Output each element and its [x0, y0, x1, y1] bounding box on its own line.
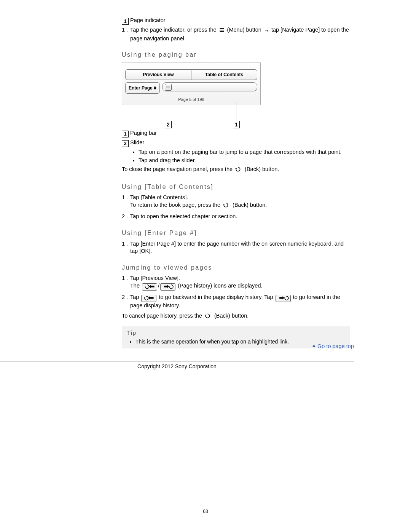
back-icon: [235, 166, 242, 174]
history-forward-icon: [276, 295, 291, 302]
copyright-text: Copyright 2012 Sony Corporation: [0, 363, 354, 370]
tab-table-of-contents[interactable]: Table of Contents: [191, 69, 257, 80]
jump-step-1b-post: (Page history) icons are displayed.: [178, 283, 262, 289]
close-nav-text: To close the page navigation panel, pres…: [122, 166, 350, 174]
leader-line-2: [168, 102, 168, 121]
heading-jump: Jumping to viewed pages: [122, 264, 350, 272]
arrow-right-icon: [264, 27, 269, 35]
close-nav-a: To close the page navigation panel, pres…: [122, 166, 234, 172]
tab-previous-view[interactable]: Previous View: [125, 69, 191, 80]
heading-paging-bar: Using the paging bar: [122, 51, 350, 59]
legend-2-text: Slider: [130, 139, 144, 145]
paging-bar-slider-track[interactable]: [162, 82, 257, 91]
toc-step-1b-post: (Back) button.: [233, 202, 267, 208]
callout-1-box-b: 1: [122, 131, 129, 137]
legend-1b-text: Paging bar: [130, 130, 157, 136]
paging-bar-slider-thumb[interactable]: [165, 84, 172, 91]
legend-paging-bar: 1Paging bar: [122, 129, 350, 137]
toc-step-1: 1 . Tap [Table of Contents]. To return t…: [122, 194, 350, 210]
leader-line-1: [236, 102, 236, 121]
menu-icon: [219, 27, 225, 35]
go-to-page-top-text: Go to page top: [317, 343, 354, 349]
toc-step-2-text: Tap to open the selected chapter or sect…: [130, 213, 237, 219]
jump-cancel-b: (Back) button.: [214, 313, 249, 319]
jump-step-1: 1 . Tap [Previous View]. The / (Page his…: [122, 275, 350, 291]
page-counter-text: Page 5 of 198: [125, 95, 257, 103]
callout-2-box: 2: [122, 140, 129, 147]
jump-step-2b: to go backward in the page display histo…: [159, 294, 274, 300]
diagram-callout-2: 2: [165, 121, 172, 128]
legend-page-indicator: 1Page indicator: [122, 17, 350, 25]
diagram-callout-1: 1: [233, 121, 240, 128]
callout-1-box: 1: [122, 18, 129, 25]
legend-slider: 2Slider: [122, 139, 350, 147]
jump-cancel-a: To cancel page history, press the: [122, 313, 204, 319]
close-nav-b: (Back) button.: [245, 166, 279, 172]
enter-page-button[interactable]: Enter Page #: [125, 82, 160, 94]
history-back-icon: [142, 283, 157, 291]
nav-step-1: 1 . Tap the page indicator, or press the…: [122, 26, 350, 42]
cancel-history-text: To cancel page history, press the (Back)…: [122, 312, 350, 321]
back-icon: [223, 202, 230, 210]
heading-toc: Using [Table of Contents]: [122, 183, 350, 191]
toc-step-2: 2 . Tap to open the selected chapter or …: [122, 213, 350, 220]
paging-bar-diagram: . . . . . . . . . . . . . . Previous Vie…: [122, 62, 261, 126]
jump-step-2a: Tap: [130, 294, 140, 300]
page-number: 63: [0, 508, 411, 514]
enter-step-1: 1 . Tap [Enter Page #] to enter the page…: [122, 240, 350, 255]
nav-step-1-b: (Menu) button: [227, 27, 263, 33]
footer-divider: [0, 361, 354, 362]
go-to-page-top-link[interactable]: Go to page top: [312, 342, 354, 350]
paging-bullet-b: Tap and drag the slider.: [139, 157, 350, 165]
enter-step-1-text: Tap [Enter Page #] to enter the page num…: [130, 241, 344, 254]
back-icon: [204, 313, 212, 321]
toc-step-1b-pre: To return to the book page, press the: [130, 202, 222, 208]
triangle-up-icon: [312, 342, 316, 350]
tip-title: Tip: [127, 329, 346, 337]
jump-step-1a: Tap [Previous View].: [130, 275, 180, 281]
paging-bullet-a: Tap on a point on the paging bar to jump…: [139, 149, 350, 156]
heading-enter-page: Using [Enter Page #]: [122, 229, 350, 237]
history-back-icon: [141, 295, 156, 302]
toc-step-1a: Tap [Table of Contents].: [130, 194, 188, 200]
nav-step-1-a: Tap the page indicator, or press the: [130, 27, 218, 33]
jump-step-1b-pre: The: [130, 283, 141, 289]
jump-step-2: 2 . Tap to go backward in the page displ…: [122, 294, 350, 310]
history-forward-icon: [160, 283, 175, 291]
legend-1-text: Page indicator: [130, 17, 166, 23]
